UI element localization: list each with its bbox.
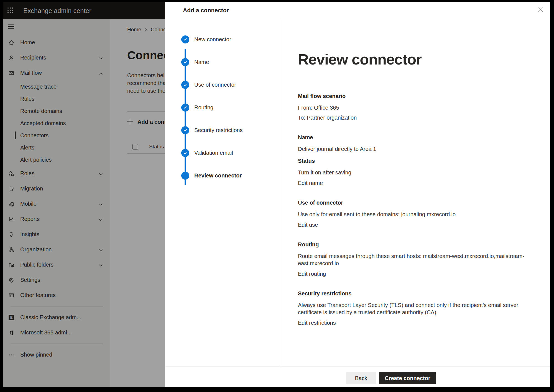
section-title-routing: Routing [298,241,550,248]
panel-footer: Back Create connector [165,366,550,387]
step-validation-email[interactable]: Validation email [165,141,280,164]
connector-name-value: Deliver journal directly to Area 1 [298,145,550,153]
mail-flow-to: To: Partner organization [298,114,550,121]
section-title-use-of-connector: Use of connector [298,199,550,206]
screenshot-frame: Exchange admin center Home Recipients [0,0,554,392]
section-title-name: Name [298,134,550,141]
edit-use-link[interactable]: Edit use [298,221,318,228]
step-complete-icon [181,126,189,134]
mail-flow-from: From: Office 365 [298,104,550,111]
panel-title: Add a connector [183,7,229,14]
step-current-icon [181,172,189,180]
security-value-line1: Always use Transport Layer Security (TLS… [298,301,550,309]
status-value: Turn it on after saving [298,169,550,176]
routing-value-line2: east.mxrecord.io [298,260,550,267]
close-icon [538,7,543,14]
section-subtitle-status: Status [298,158,550,164]
edit-routing-link[interactable]: Edit routing [298,270,326,277]
step-complete-icon [181,104,189,112]
panel-header: Add a connector [165,2,550,18]
step-new-connector[interactable]: New connector [165,28,280,51]
use-of-connector-value: Use only for email sent to these domains… [298,211,550,218]
step-use-of-connector[interactable]: Use of connector [165,73,280,96]
wizard-steps: New connector Name Use of connector [165,19,280,366]
step-routing[interactable]: Routing [165,96,280,119]
section-title-security-restrictions: Security restrictions [298,290,550,297]
exchange-admin-window: Exchange admin center Home Recipients [3,2,550,387]
step-security-restrictions[interactable]: Security restrictions [165,119,280,141]
section-title-mail-flow-scenario: Mail flow scenario [298,93,550,99]
review-heading: Review connector [298,51,550,68]
step-complete-icon [181,58,189,66]
add-connector-panel: Add a connector New connector [165,2,550,387]
create-connector-button[interactable]: Create connector [379,372,436,384]
step-complete-icon [181,81,189,89]
edit-restrictions-link[interactable]: Edit restrictions [298,319,336,326]
step-complete-icon [181,149,189,157]
step-review-connector[interactable]: Review connector [165,164,280,187]
back-button[interactable]: Back [346,372,376,384]
routing-value-line1: Route email messages through these smart… [298,252,550,260]
step-complete-icon [181,35,189,43]
edit-name-link[interactable]: Edit name [298,179,323,187]
review-pane: Review connector Mail flow scenario From… [280,19,550,366]
security-value-line2: certificate is issued by a trusted certi… [298,309,550,316]
step-name[interactable]: Name [165,51,280,73]
close-button[interactable] [536,6,545,14]
